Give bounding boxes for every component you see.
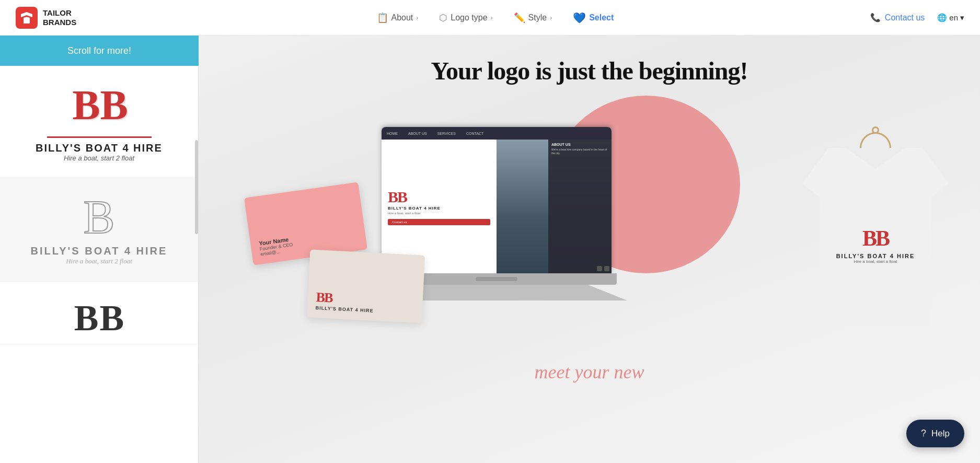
scroll-banner: Scroll for more!	[0, 36, 199, 66]
screen-social	[597, 266, 609, 271]
logo-card-1[interactable]: B B BILLY'S BOAT 4 HIRE Hire a boat, sta…	[0, 66, 198, 178]
tshirt-hook	[872, 126, 879, 134]
logo-1-separator	[47, 136, 152, 138]
nav-about-label: About	[391, 13, 413, 22]
logo-3-letter-b1: B	[74, 297, 99, 339]
nav-about[interactable]: 📋 About ›	[368, 8, 427, 28]
nav-style[interactable]: ✏️ Style ›	[505, 8, 561, 28]
sidebar-scrollbar[interactable]	[195, 140, 198, 234]
logo-1-letter-b2: B	[100, 82, 126, 129]
screen-nav-about: ABOUT US	[408, 132, 427, 135]
brand-name: TAILOR BRANDS	[43, 8, 76, 27]
hero-title: Your logo is just the beginning!	[199, 36, 980, 85]
screen-nav-services: SERVICES	[437, 132, 456, 135]
about-icon: 📋	[377, 12, 388, 24]
screen-about-title: ABOUT US	[551, 143, 608, 146]
main-content: Your logo is just the beginning! Your Na…	[199, 36, 980, 463]
screen-twitter-icon	[604, 266, 609, 271]
language-selector[interactable]: 🌐 en ▾	[937, 13, 964, 22]
select-icon: 💙	[573, 11, 586, 24]
logo-2-company: BILLY'S BOAT 4 HIRE	[31, 245, 168, 257]
logo-sidebar: Scroll for more! B B BILLY'S BOAT 4 HIRE…	[0, 36, 199, 463]
tshirt-hanger	[860, 132, 891, 148]
sidebar-content: B B BILLY'S BOAT 4 HIRE Hire a boat, sta…	[0, 36, 198, 344]
tshirt-letters: BB	[862, 226, 889, 251]
laptop-hinge	[476, 277, 517, 281]
contact-us-button[interactable]: 📞 Contact us	[870, 13, 925, 22]
about-chevron: ›	[416, 14, 418, 21]
screen-facebook-icon	[597, 266, 602, 271]
logo-card-3[interactable]: B B	[0, 282, 198, 344]
screen-about-text: We're a boat hire company based in the h…	[551, 148, 608, 155]
nav-style-label: Style	[528, 13, 547, 22]
brand-logo[interactable]: TAILOR BRANDS	[16, 7, 120, 29]
tshirt-shape: BB BILLY'S BOAT 4 HIRE Hire a boat, star…	[802, 148, 949, 326]
nav-select[interactable]: 💙 Select	[564, 7, 622, 28]
contact-label: Contact us	[885, 13, 925, 22]
screen-nav: HOME ABOUT US SERVICES CONTACT	[382, 127, 612, 140]
lang-label: en	[949, 13, 958, 22]
main-nav: 📋 About › ⬡ Logo type › ✏️ Style › 💙 Sel…	[120, 7, 870, 28]
logo-1-tagline: Hire a boat, start 2 float	[64, 154, 134, 162]
style-chevron: ›	[550, 14, 552, 21]
logo-3-letters: B B	[74, 297, 124, 339]
nav-logotype[interactable]: ⬡ Logo type ›	[431, 8, 501, 28]
logo-1-letters: B B	[72, 82, 126, 129]
nav-select-label: Select	[589, 13, 614, 22]
tshirt-tagline: Hire a boat, start a float	[854, 259, 897, 264]
meet-your-new-text: meet your new	[535, 361, 644, 383]
logo-1-letter-b1: B	[72, 82, 98, 129]
screen-bb: BB	[388, 188, 490, 206]
screen-inner: HOME ABOUT US SERVICES CONTACT BB BILLY'…	[382, 127, 612, 273]
business-card-2: BB BILLY'S BOAT 4 HIRE	[307, 249, 425, 323]
logotype-icon: ⬡	[439, 12, 447, 24]
nav-right: 📞 Contact us 🌐 en ▾	[870, 13, 964, 22]
help-label: Help	[931, 429, 950, 439]
screen-tagline: Hire a boat, start a float	[388, 212, 490, 215]
screen-right: ABOUT US We're a boat hire company based…	[497, 140, 612, 273]
logo-1-company: BILLY'S BOAT 4 HIRE	[36, 142, 163, 154]
lang-chevron: ▾	[960, 13, 964, 22]
screen-company: BILLY'S BOAT 4 HIRE	[388, 206, 490, 211]
screen-nav-home: HOME	[387, 132, 398, 135]
help-icon: ?	[921, 428, 926, 439]
nav-logotype-label: Logo type	[451, 13, 487, 22]
tshirt-company: BILLY'S BOAT 4 HIRE	[836, 253, 915, 259]
style-icon: ✏️	[514, 12, 525, 24]
logo-3-letter-b2: B	[100, 297, 124, 339]
scroll-banner-text: Scroll for more!	[67, 45, 131, 56]
tshirt-mockup: BB BILLY'S BOAT 4 HIRE Hire a boat, star…	[792, 132, 959, 352]
header: TAILOR BRANDS 📋 About › ⬡ Logo type › ✏️…	[0, 0, 980, 36]
screen-hero: BB BILLY'S BOAT 4 HIRE Hire a boat, star…	[382, 140, 612, 273]
logotype-chevron: ›	[491, 14, 493, 21]
help-button[interactable]: ? Help	[906, 420, 964, 447]
product-showcase: Your Name Founder & CEO email@... BB BIL…	[199, 80, 980, 393]
screen-about-panel: ABOUT US We're a boat hire company based…	[548, 140, 612, 273]
tailor-brands-icon	[16, 7, 38, 29]
screen-left: BB BILLY'S BOAT 4 HIRE Hire a boat, star…	[382, 140, 497, 273]
screen-nav-contact: CONTACT	[466, 132, 483, 135]
logo-card-2[interactable]: B BILLY'S BOAT 4 HIRE Hire a boat, start…	[0, 178, 198, 282]
logo-2-letter: B	[83, 194, 114, 241]
screen-btn: Contact us	[388, 219, 490, 225]
globe-icon: 🌐	[937, 13, 947, 22]
logo-2-tagline: Hire a boat, start 2 float	[66, 257, 132, 265]
laptop-screen: HOME ABOUT US SERVICES CONTACT BB BILLY'…	[382, 127, 612, 273]
phone-icon: 📞	[870, 13, 881, 22]
